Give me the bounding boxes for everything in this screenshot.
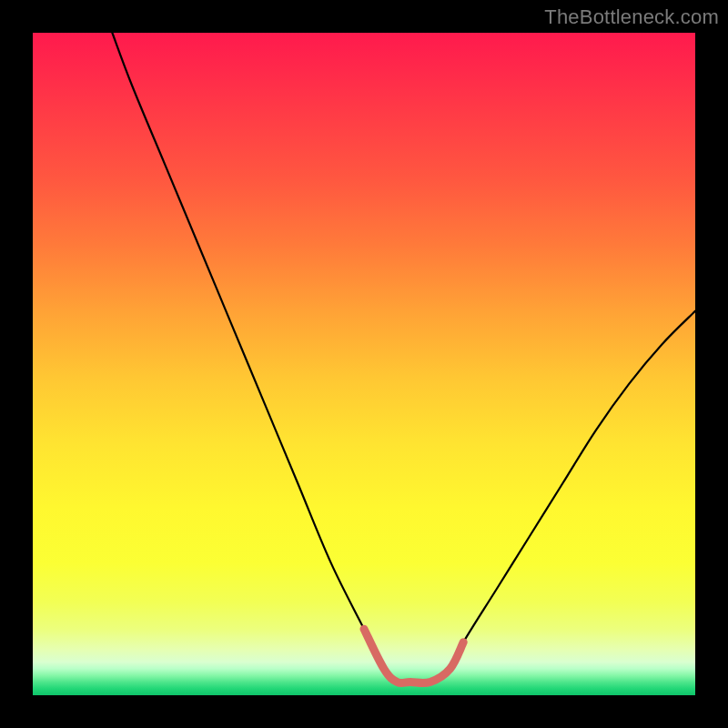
- plot-area: [33, 33, 695, 695]
- watermark-text: TheBottleneck.com: [544, 5, 719, 29]
- chart-frame: TheBottleneck.com: [0, 0, 728, 728]
- bottleneck-curve: [112, 33, 695, 683]
- bottleneck-curve-svg: [33, 33, 695, 695]
- valley-highlight: [364, 629, 463, 682]
